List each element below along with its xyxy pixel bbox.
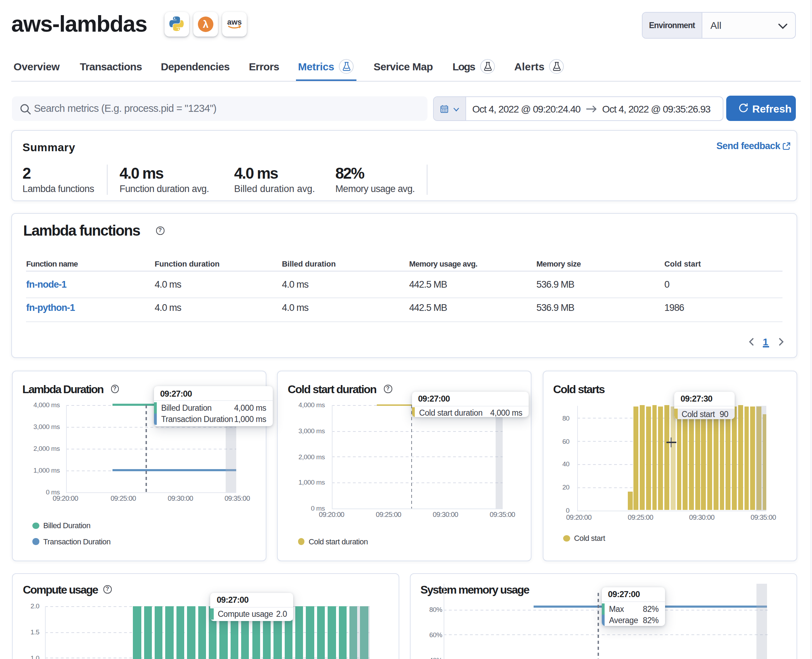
svg-text:aws: aws (227, 17, 242, 26)
svg-text:λ: λ (203, 19, 208, 30)
